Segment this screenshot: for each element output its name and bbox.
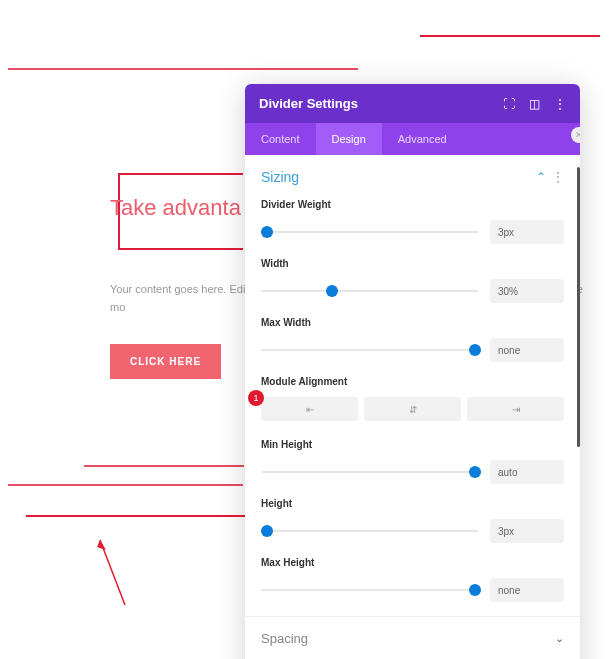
field-module-alignment: 1 Module Alignment ⇤ ⇵ ⇥: [261, 376, 564, 421]
align-right-icon: ⇥: [512, 404, 520, 415]
divider-settings-panel: ✕ Divider Settings ⛶ ◫ ⋮ Content Design …: [245, 84, 580, 659]
cta-button[interactable]: CLICK HERE: [110, 344, 221, 379]
width-label: Width: [261, 258, 564, 269]
close-icon[interactable]: ✕: [571, 127, 580, 143]
min-height-slider[interactable]: [261, 471, 478, 473]
svg-marker-1: [97, 540, 106, 550]
decor-line: [420, 35, 600, 37]
decor-line: [84, 465, 244, 467]
tab-content[interactable]: Content: [245, 123, 316, 155]
decor-line: [118, 173, 243, 175]
width-slider[interactable]: [261, 290, 478, 292]
decor-line: [26, 515, 246, 517]
max-height-slider[interactable]: [261, 589, 478, 591]
max-width-value[interactable]: none: [490, 338, 564, 362]
section-spacing[interactable]: Spacing ⌄: [245, 616, 580, 659]
annotation-arrow: [90, 530, 130, 610]
align-center-icon: ⇵: [409, 404, 417, 415]
svg-line-0: [100, 540, 125, 605]
field-divider-weight: Divider Weight 3px: [261, 199, 564, 244]
field-height: Height 3px: [261, 498, 564, 543]
height-value[interactable]: 3px: [490, 519, 564, 543]
chevron-down-icon: ⌄: [555, 632, 564, 645]
divider-weight-value[interactable]: 3px: [490, 220, 564, 244]
min-height-value[interactable]: auto: [490, 460, 564, 484]
max-height-label: Max Height: [261, 557, 564, 568]
max-width-slider[interactable]: [261, 349, 478, 351]
section-sizing-title: Sizing: [261, 169, 299, 185]
align-left-icon: ⇤: [306, 404, 314, 415]
field-max-width: Max Width none: [261, 317, 564, 362]
section-sizing-header[interactable]: Sizing ⌃⋮: [261, 169, 564, 185]
height-label: Height: [261, 498, 564, 509]
field-width: Width 30%: [261, 258, 564, 303]
width-value[interactable]: 30%: [490, 279, 564, 303]
scrollbar[interactable]: [577, 167, 580, 447]
panel-body: Sizing ⌃⋮ Divider Weight 3px Width 30% M…: [245, 155, 580, 616]
height-slider[interactable]: [261, 530, 478, 532]
decor-line: [8, 484, 243, 486]
decor-line: [8, 68, 358, 70]
step-badge-1: 1: [248, 390, 264, 406]
chevron-up-icon: ⌃: [536, 170, 546, 184]
min-height-label: Min Height: [261, 439, 564, 450]
align-right-button[interactable]: ⇥: [467, 397, 564, 421]
tab-advanced[interactable]: Advanced: [382, 123, 463, 155]
kebab-icon[interactable]: ⋮: [554, 97, 566, 111]
module-alignment-label: Module Alignment: [261, 376, 564, 387]
panel-title: Divider Settings: [259, 96, 358, 111]
expand-icon[interactable]: ⛶: [503, 97, 515, 111]
max-height-value[interactable]: none: [490, 578, 564, 602]
panel-header: Divider Settings ⛶ ◫ ⋮: [245, 84, 580, 123]
tab-design[interactable]: Design: [316, 123, 382, 155]
panel-tabs: Content Design Advanced: [245, 123, 580, 155]
kebab-icon[interactable]: ⋮: [552, 170, 564, 184]
align-left-button[interactable]: ⇤: [261, 397, 358, 421]
divider-weight-slider[interactable]: [261, 231, 478, 233]
align-center-button[interactable]: ⇵: [364, 397, 461, 421]
spacing-title: Spacing: [261, 631, 308, 646]
divider-weight-label: Divider Weight: [261, 199, 564, 210]
field-max-height: Max Height none: [261, 557, 564, 602]
max-width-label: Max Width: [261, 317, 564, 328]
field-min-height: Min Height auto: [261, 439, 564, 484]
column-icon[interactable]: ◫: [529, 97, 540, 111]
